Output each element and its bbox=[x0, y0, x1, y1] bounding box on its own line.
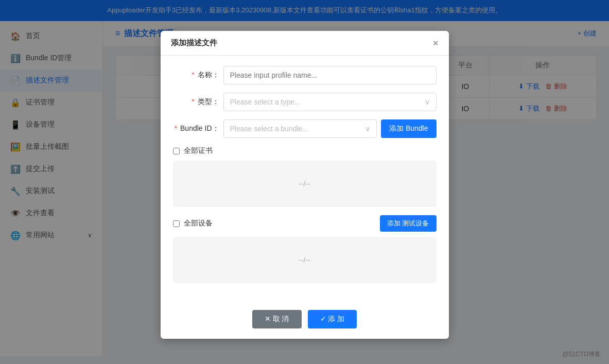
bundle-row: Please select a bundle... ∨ 添加 Bundle bbox=[223, 119, 437, 138]
modal-footer: ✕ 取 消 ✓ 添 加 bbox=[161, 302, 449, 339]
add-bundle-button[interactable]: 添加 Bundle bbox=[381, 119, 436, 138]
chevron-down-icon-bundle: ∨ bbox=[365, 125, 370, 133]
type-label: * 类型： bbox=[173, 97, 219, 107]
modal-header: 添加描述文件 × bbox=[161, 31, 449, 56]
type-select-placeholder: Please select a type... bbox=[230, 98, 301, 106]
name-input[interactable] bbox=[223, 66, 437, 84]
devices-header-row: 全部设备 添加 测试设备 bbox=[173, 215, 437, 232]
modal-backdrop: 添加描述文件 × * 名称： * 类型： Please select a t bbox=[0, 0, 609, 356]
type-field-row: * 类型： Please select a type... ∨ bbox=[173, 93, 437, 111]
certs-empty-area: --/-- bbox=[173, 161, 437, 207]
devices-empty-text: --/-- bbox=[299, 256, 310, 264]
all-devices-checkbox-row: 全部设备 bbox=[173, 219, 213, 228]
add-profile-modal: 添加描述文件 × * 名称： * 类型： Please select a t bbox=[161, 31, 449, 339]
name-field-row: * 名称： bbox=[173, 66, 437, 84]
confirm-button[interactable]: ✓ 添 加 bbox=[308, 310, 357, 328]
modal-close-button[interactable]: × bbox=[433, 39, 439, 48]
all-devices-label[interactable]: 全部设备 bbox=[184, 219, 213, 228]
certs-empty-text: --/-- bbox=[299, 180, 310, 188]
add-test-device-button[interactable]: 添加 测试设备 bbox=[380, 215, 437, 232]
all-certs-row: 全部证书 bbox=[173, 146, 437, 155]
all-certs-label[interactable]: 全部证书 bbox=[184, 146, 213, 155]
all-certs-checkbox[interactable] bbox=[173, 148, 180, 154]
all-devices-checkbox[interactable] bbox=[173, 220, 180, 227]
modal-body: * 名称： * 类型： Please select a type... ∨ bbox=[161, 56, 449, 302]
type-select[interactable]: Please select a type... ∨ bbox=[223, 93, 437, 111]
bundle-id-label: * Bundle ID： bbox=[173, 124, 219, 133]
bundle-select[interactable]: Please select a bundle... ∨ bbox=[223, 119, 377, 138]
chevron-down-icon: ∨ bbox=[425, 98, 430, 106]
devices-empty-area: --/-- bbox=[173, 237, 437, 283]
bundle-id-field-row: * Bundle ID： Please select a bundle... ∨… bbox=[173, 119, 437, 138]
bundle-select-placeholder: Please select a bundle... bbox=[230, 125, 309, 133]
modal-title: 添加描述文件 bbox=[171, 38, 217, 48]
name-label: * 名称： bbox=[173, 71, 219, 80]
cancel-button[interactable]: ✕ 取 消 bbox=[252, 310, 302, 328]
